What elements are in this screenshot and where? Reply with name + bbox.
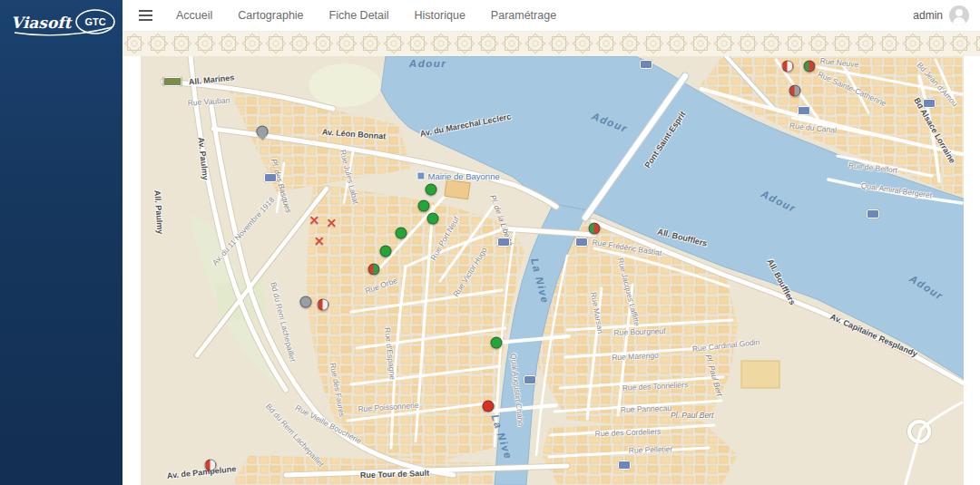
status-marker-split[interactable]	[368, 264, 379, 276]
user-avatar-icon	[949, 5, 969, 25]
alarm-cross-marker[interactable]: ✕	[327, 217, 338, 229]
status-marker[interactable]	[426, 184, 437, 196]
sidebar: Viasoft GTC	[0, 0, 122, 485]
nav-cartographie[interactable]: Cartographie	[238, 9, 303, 22]
nav-accueil[interactable]: Accueil	[176, 9, 212, 22]
status-marker[interactable]	[426, 212, 438, 224]
status-marker-split[interactable]	[318, 298, 329, 310]
status-marker-split[interactable]	[804, 60, 816, 72]
status-marker-split[interactable]	[588, 223, 600, 235]
nav-parametrage[interactable]: Paramétrage	[491, 9, 556, 22]
nav-fiche-detail[interactable]: Fiche Detail	[329, 9, 389, 22]
status-marker[interactable]	[380, 246, 392, 257]
logo-text-viasoft: Viasoft	[11, 14, 74, 32]
user-name: admin	[913, 9, 943, 22]
map-canvas[interactable]: AdourAdourAdourAdourLa NiveLa NiveAll. M…	[141, 56, 964, 485]
menu-toggle-button[interactable]	[135, 6, 156, 24]
status-marker[interactable]	[482, 400, 494, 412]
app-logo: Viasoft GTC	[0, 0, 122, 44]
nav-historique[interactable]: Historique	[415, 9, 466, 22]
status-marker[interactable]	[300, 296, 312, 308]
decorative-pattern-band	[122, 32, 980, 56]
alarm-cross-marker[interactable]: ✕	[314, 235, 325, 247]
map-markers-layer: ✕✕✕	[141, 56, 964, 485]
alarm-cross-marker[interactable]: ✕	[309, 214, 320, 227]
status-marker[interactable]	[490, 336, 502, 348]
status-marker-split[interactable]	[789, 84, 801, 96]
main-nav: Accueil Cartographie Fiche Detail Histor…	[176, 9, 556, 22]
logo-text-gtc: GTC	[84, 16, 105, 27]
logo-graphic: Viasoft GTC	[9, 6, 118, 41]
status-marker[interactable]	[418, 200, 430, 212]
status-marker[interactable]	[395, 227, 407, 238]
user-menu[interactable]: admin	[913, 5, 969, 25]
status-marker-split[interactable]	[781, 60, 793, 72]
status-pin-marker[interactable]	[257, 125, 269, 137]
status-marker-split[interactable]	[205, 459, 217, 470]
top-navigation-bar: Accueil Cartographie Fiche Detail Histor…	[122, 0, 980, 32]
